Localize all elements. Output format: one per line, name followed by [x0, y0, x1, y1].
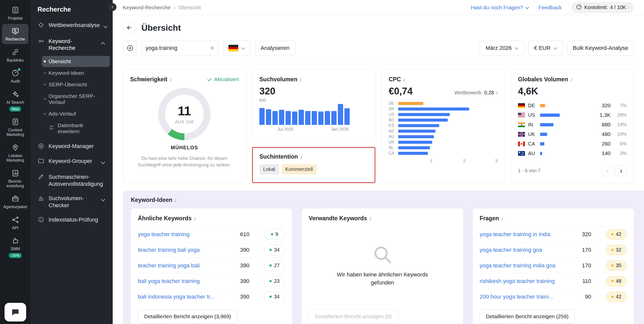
cpc-country-code: UK: [389, 140, 398, 145]
detailed-report-button[interactable]: Detaillierten Bericht anzeigen (259): [480, 309, 575, 323]
rail-item-content-marketing[interactable]: Content Marketing: [2, 115, 28, 139]
country-code: CA: [528, 141, 540, 147]
keyword-row: yoga teacher training india goa 170 35: [480, 258, 627, 273]
currency-select[interactable]: € EUR: [528, 41, 563, 55]
keyword-ideas-title: Keyword-Ideen: [131, 197, 172, 203]
detailed-report-button[interactable]: Detaillierten Bericht anzeigen (3,969): [138, 309, 237, 323]
keyword-link[interactable]: yoga teacher training in india: [480, 231, 569, 238]
clear-search-icon[interactable]: ×: [210, 45, 214, 52]
keyword-link[interactable]: teacher training yoga bali: [138, 262, 227, 269]
rail-item-lokales-marketing[interactable]: Lokales Marketing: [2, 140, 28, 165]
rail-item-audit[interactable]: Audit: [2, 66, 28, 86]
breadcrumb-parent[interactable]: Keyword-Recherche: [123, 5, 171, 11]
sidebar-subitem-serp-uebersicht[interactable]: SERP-Übersicht: [42, 79, 110, 90]
info-icon[interactable]: i: [369, 216, 371, 221]
rail-item-smm[interactable]: SMM -20%: [2, 234, 28, 260]
keyword-link[interactable]: yoga teacher training india goa: [480, 262, 569, 269]
sidebar-subitem-keyword-ideen[interactable]: Keyword-Ideen: [42, 67, 110, 79]
sidebar-item-indexstatus-pruefung[interactable]: Indexstatus-Prüfung: [30, 212, 113, 227]
account-limit-badge[interactable]: Kontolimit: 4 / 10K i: [571, 2, 634, 13]
feedback-link[interactable]: Feedback: [539, 5, 562, 11]
keyword-link[interactable]: 200 hour yoga teacher traini...: [480, 294, 569, 300]
search-intent-card: Suchintention i Lokal Kommerziell: [252, 147, 375, 183]
sidebar-item-keyword-manager[interactable]: Keyword-Manager: [30, 139, 113, 154]
pagination-next-button[interactable]: ›: [616, 165, 627, 176]
topbar: Keyword-Recherche › Übersicht Hast du no…: [113, 0, 644, 15]
difficulty-caption: Du hast eine sehr hohe Chance, für diese…: [130, 155, 239, 168]
notification-dot: [18, 68, 20, 71]
rail-item-backlinks[interactable]: Backlinks: [2, 45, 28, 65]
rail-item-berichterstellung[interactable]: Bericht-erstellung: [2, 166, 28, 191]
add-keyword-button[interactable]: [123, 41, 137, 55]
detailed-report-button-disabled[interactable]: Detaillierten Bericht anzeigen (0): [309, 309, 398, 323]
rail-item-agenturpaket[interactable]: Agenturpaket: [2, 192, 28, 211]
chevron-down-icon: [101, 196, 105, 203]
de-flag-icon: [518, 103, 525, 108]
sidebar-item-keyword-recherche[interactable]: Keyword-Recherche: [30, 34, 113, 55]
difficulty-value: 32: [616, 247, 621, 253]
keyword-link[interactable]: yoga teacher training: [138, 231, 227, 238]
keyword-link[interactable]: rishikesh yoga teacher training: [480, 278, 569, 284]
sidebar-item-wettbewerbsanalyse[interactable]: Wettbewerbsanalyse: [30, 18, 113, 34]
cpc-value: €0,74: [389, 86, 413, 97]
main-area: Keyword-Recherche › Übersicht Hast du no…: [113, 0, 644, 324]
keyword-search-input[interactable]: [146, 45, 208, 51]
keyword-link[interactable]: teacher training bali yoga: [138, 247, 227, 253]
questions-dropdown[interactable]: Hast du noch Fragen?: [471, 5, 529, 11]
info-icon[interactable]: i: [170, 77, 171, 82]
sidebar-subitem-ads-verlauf[interactable]: Ads-Verlauf: [42, 108, 110, 119]
keyword-link[interactable]: bali indonesia yoga teacher tr...: [138, 294, 227, 300]
cpc-row: US: [389, 112, 497, 117]
country-select[interactable]: [223, 41, 251, 55]
pagination-prev-button[interactable]: ‹: [602, 165, 613, 176]
sidebar-item-suchvolumen-checker[interactable]: Suchvolumen-Checker: [30, 191, 113, 212]
rail-item-recherche[interactable]: Recherche: [2, 24, 28, 44]
bulk-analysis-button[interactable]: Bulk Keyword-Analyse: [567, 41, 634, 55]
rail-item-ai-search[interactable]: AI Search New: [2, 87, 28, 114]
sidebar-subitem-datenbank-erweitern[interactable]: Datenbank erweitern: [42, 120, 110, 137]
difficulty-title: Schwierigkeit: [130, 76, 167, 83]
info-icon[interactable]: i: [300, 154, 302, 160]
cpc-row: UK: [389, 139, 497, 145]
info-icon[interactable]: i: [570, 77, 572, 82]
cpc-bar: [398, 135, 434, 138]
sidebar-item-keyword-grouper[interactable]: Keyword-Grouper: [30, 154, 113, 170]
global-volume-rows: DE3207%US1,3K28%IN88019%UK48010%CA2606%A…: [518, 101, 627, 158]
volume-value: 320: [259, 86, 368, 97]
back-button[interactable]: [123, 21, 136, 34]
info-icon[interactable]: i: [501, 216, 503, 221]
rail-item-api[interactable]: API: [2, 213, 28, 233]
keyword-volume: 390: [227, 278, 249, 284]
cpc-row: BE: [389, 117, 497, 123]
cpc-row: DE: [389, 101, 497, 106]
keyword-link[interactable]: bali yoga teacher training: [138, 278, 227, 284]
metric-cards: Schwierigkeit i Aktualisiert 11 AUS 100: [123, 69, 634, 183]
difficulty-value: 35: [616, 263, 621, 268]
info-icon[interactable]: i: [403, 77, 405, 82]
cpc-title: CPC: [389, 76, 401, 83]
x-label: Jan 2026: [331, 127, 349, 132]
difficulty-dot: [611, 296, 614, 298]
sidebar-subitem-uebersicht[interactable]: Übersicht: [42, 56, 110, 67]
info-icon[interactable]: i: [496, 90, 497, 95]
sidebar-item-autovervollstaendigung[interactable]: Suchmaschinen-Autovervollständigung: [30, 170, 113, 191]
info-icon[interactable]: i: [175, 197, 176, 203]
sidebar-subitem-organischer-serp-verlauf[interactable]: Organischer SERP-Verlauf: [42, 91, 110, 108]
keyword-link[interactable]: yoga teacher training goa: [480, 247, 569, 253]
limit-gauge-icon: [576, 4, 582, 11]
bullet-dot: [44, 84, 46, 85]
bullet-dot: [44, 72, 46, 74]
intent-title: Suchintention: [259, 153, 298, 160]
volume-bar-track: [540, 123, 564, 126]
chevron-down-icon: [241, 45, 245, 51]
info-icon[interactable]: i: [300, 77, 301, 82]
country-percent: 6%: [611, 141, 627, 147]
chat-widget-button[interactable]: [5, 303, 26, 321]
rail-item-projekte[interactable]: Projekte: [2, 3, 28, 23]
period-select[interactable]: März 2026: [480, 41, 524, 55]
sidebar-collapse-button[interactable]: ‹: [108, 3, 116, 11]
analyze-button[interactable]: Analysieren: [255, 41, 295, 55]
global-volume-row: CA2606%: [518, 139, 627, 149]
info-icon[interactable]: i: [194, 216, 195, 221]
cpc-bar-track: [398, 135, 497, 138]
